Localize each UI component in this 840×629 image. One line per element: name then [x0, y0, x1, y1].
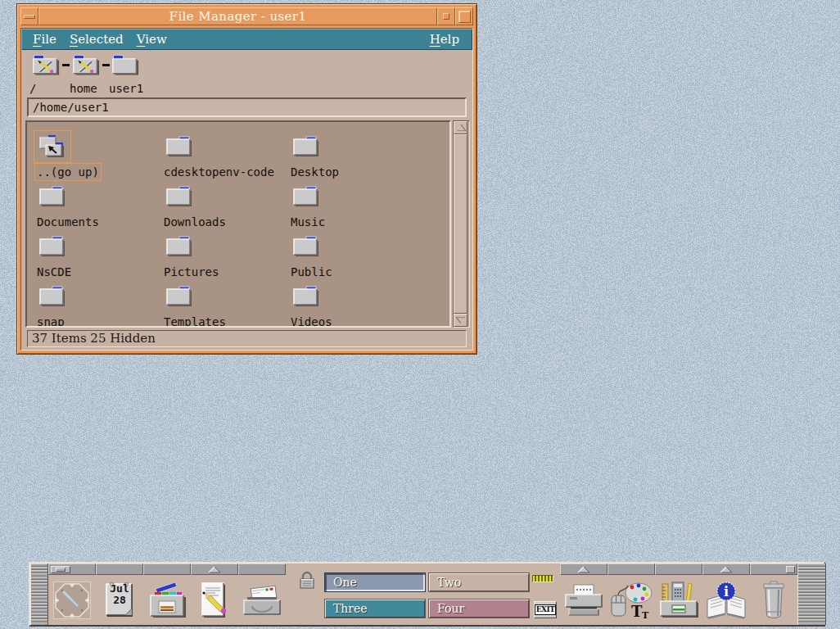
file-item[interactable]: Music	[291, 185, 405, 235]
scroll-down-button[interactable]	[454, 314, 467, 327]
file-item[interactable]: Public	[291, 235, 405, 285]
printer-control[interactable]	[560, 575, 607, 625]
subpanel-arrow-icon[interactable]	[208, 566, 221, 573]
path-folder-home[interactable]: home	[72, 53, 100, 95]
folder-icon	[38, 285, 66, 308]
menu-selected[interactable]: Selected	[63, 31, 130, 48]
folder-x-icon	[32, 53, 60, 76]
location-input[interactable]: /home/user1	[27, 97, 467, 117]
application-manager-control[interactable]	[655, 575, 702, 625]
subpanel-tab-application-manager[interactable]	[655, 563, 702, 575]
folder-icon	[165, 185, 193, 208]
file-grid[interactable]: ..(go up) cdesktopenv-code Desktop Docum…	[25, 120, 451, 328]
window-menu-button[interactable]	[20, 7, 38, 25]
subpanel-tab-text-editor[interactable]	[191, 563, 238, 575]
subpanel-tab-clock[interactable]	[48, 563, 96, 575]
scroll-up-button[interactable]	[454, 121, 467, 134]
file-item[interactable]: Videos	[291, 285, 405, 328]
file-item-label: NsCDE	[37, 265, 71, 278]
panel-right-zone	[560, 563, 797, 625]
workspace-button-three[interactable]: Three	[324, 599, 426, 618]
subpanel-tab-file-manager[interactable]	[143, 563, 191, 575]
help-viewer-control[interactable]	[702, 575, 750, 625]
menu-file[interactable]: File	[26, 31, 63, 48]
file-item-go-up[interactable]: ..(go up)	[37, 135, 151, 185]
printer-icon	[561, 583, 607, 618]
go-up-folder-icon	[38, 135, 66, 158]
folder-icon	[292, 285, 320, 308]
panel-menu-button[interactable]	[786, 566, 795, 573]
maximize-button[interactable]	[455, 7, 473, 25]
subpanel-tab-style-manager[interactable]	[607, 563, 655, 575]
panel-icon-row: Jul 28	[48, 575, 286, 625]
folder-icon	[292, 235, 320, 258]
menu-view[interactable]: View	[130, 31, 174, 48]
help-book-icon	[703, 581, 749, 619]
workspace-button-four[interactable]: Four	[428, 599, 530, 618]
panel-left-zone: Jul 28	[48, 563, 286, 625]
file-item-label: Documents	[37, 215, 99, 229]
workspace-button-two[interactable]: Two	[428, 572, 530, 592]
minimize-button[interactable]	[437, 7, 455, 25]
subpanel-tab-help-viewer[interactable]	[702, 563, 750, 575]
exit-button[interactable]: EXIT	[534, 601, 557, 618]
mailer-control[interactable]	[238, 575, 286, 625]
file-item-label: Music	[291, 215, 325, 229]
file-item[interactable]: Downloads	[164, 185, 278, 235]
subpanel-tab-printer[interactable]	[560, 563, 607, 575]
workspace-label: Four	[437, 602, 464, 615]
file-item[interactable]: NsCDE	[37, 235, 151, 285]
file-item[interactable]: Pictures	[164, 235, 278, 285]
panel-handle-right[interactable]	[797, 563, 826, 625]
folder-icon	[165, 285, 193, 308]
calendar-month: Jul	[96, 583, 143, 595]
calendar-control[interactable]: Jul 28	[96, 575, 143, 625]
folder-icon	[292, 185, 320, 208]
text-editor-control[interactable]	[191, 575, 238, 625]
maximize-icon	[458, 11, 471, 23]
file-item[interactable]: snap	[37, 285, 151, 328]
file-item[interactable]: Templates	[164, 285, 278, 328]
calendar-date: Jul 28	[96, 583, 143, 606]
subpanel-arrow-icon[interactable]	[577, 566, 590, 573]
file-item-label: Downloads	[164, 215, 226, 229]
file-item[interactable]: cdesktopenv-code	[164, 135, 278, 185]
arrow-down-icon	[456, 317, 466, 324]
panel-minimize-button[interactable]	[51, 566, 70, 573]
subpanel-tab-calendar[interactable]	[96, 563, 143, 575]
clock-control[interactable]	[48, 575, 96, 625]
file-manager-control[interactable]	[143, 575, 191, 625]
file-item[interactable]: Desktop	[291, 135, 405, 185]
busy-light	[532, 575, 553, 582]
style-manager-control[interactable]	[607, 575, 655, 625]
file-item[interactable]: Documents	[37, 185, 151, 235]
status-bar: 37 Items 25 Hidden	[21, 328, 472, 350]
menu-help[interactable]: Help	[423, 31, 466, 48]
exit-label: EXIT	[535, 604, 557, 615]
mail-icon	[241, 585, 283, 616]
panel-handle-left[interactable]	[30, 563, 48, 625]
path-folder-current[interactable]: user1	[111, 53, 143, 95]
path-folder-root[interactable]: /	[32, 53, 60, 95]
folder-x-icon	[72, 53, 100, 76]
subpanel-arrow-icon[interactable]	[720, 566, 733, 573]
arrow-up-icon	[456, 124, 466, 131]
workspace-label: Three	[333, 602, 368, 615]
subpanel-tab-trash[interactable]	[750, 563, 797, 575]
titlebar[interactable]: File Manager - user1	[20, 7, 473, 25]
scrollbar-thumb[interactable]	[454, 134, 467, 314]
application-manager-icon	[656, 581, 702, 619]
subpanel-tab-row	[560, 563, 797, 575]
desktop: T T	[0, 0, 840, 629]
file-manager-window: File Manager - user1 File Selected View …	[16, 3, 477, 355]
text-editor-icon	[198, 581, 231, 619]
lock-icon[interactable]	[298, 570, 316, 590]
trash-can-control[interactable]	[750, 575, 797, 625]
file-item-label: Videos	[291, 315, 332, 328]
workspace-button-one[interactable]: One	[324, 572, 426, 592]
vertical-scrollbar[interactable]	[453, 120, 470, 328]
file-view: ..(go up) cdesktopenv-code Desktop Docum…	[21, 120, 472, 328]
location-row: /home/user1	[21, 96, 472, 120]
subpanel-tab-mailer[interactable]	[238, 563, 286, 575]
menubar: File Selected View Help	[21, 29, 472, 50]
